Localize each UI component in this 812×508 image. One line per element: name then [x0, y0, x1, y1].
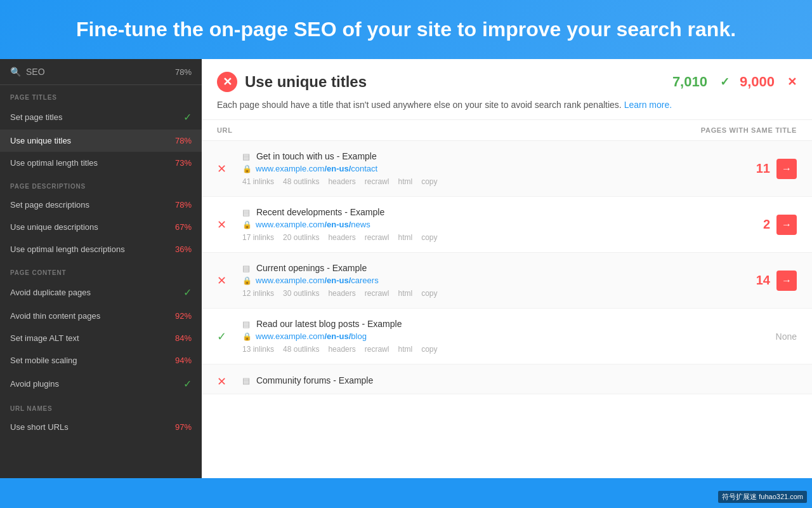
sidebar-item-label: Use optimal length titles: [10, 158, 98, 168]
row-url-line: 🔒 www.example.com/en-us/contact: [242, 164, 746, 173]
row-content: ▤ Get in touch with us - Example 🔒 www.e…: [242, 151, 746, 186]
sidebar-item-avoid-thin-content-pages[interactable]: Avoid thin content pages 92%: [0, 305, 202, 327]
pages-count: 11: [756, 161, 770, 176]
content-title: Use unique titles: [245, 73, 367, 91]
sidebar-item-set-page-titles[interactable]: Set page titles ✓: [0, 105, 202, 130]
sidebar-item-use-optimal-length-titles[interactable]: Use optimal length titles 73%: [0, 152, 202, 174]
page-doc-icon: ▤: [242, 264, 250, 273]
sidebar-item-set-page-descriptions[interactable]: Set page descriptions 78%: [0, 194, 202, 216]
sidebar-item-pct: 78%: [175, 200, 192, 210]
row-links: 13 inlinks 48 outlinks headers recrawl h…: [242, 345, 766, 354]
sidebar-search-pct: 78%: [175, 67, 192, 77]
table-row: ✕ ▤ Recent developments - Example 🔒 www.…: [202, 197, 812, 253]
sidebar: 🔍 SEO 78% PAGE TITLES Set page titles ✓ …: [0, 59, 202, 478]
sidebar-item-label: Set page titles: [10, 112, 62, 122]
sidebar-item-use-optimal-length-descriptions[interactable]: Use optimal length descriptions 36%: [0, 238, 202, 260]
sidebar-item-avoid-plugins[interactable]: Avoid plugins ✓: [0, 371, 202, 396]
row-url[interactable]: www.example.com/en-us/news: [256, 220, 370, 229]
row-url[interactable]: www.example.com/en-us/careers: [256, 276, 379, 285]
lock-icon: 🔒: [242, 276, 252, 285]
content-header: ✕ Use unique titles 7,010 ✓ 9,000 ✕ Each…: [202, 59, 812, 120]
sidebar-item-label: Set image ALT text: [10, 333, 79, 343]
content-title-left: ✕ Use unique titles: [217, 72, 367, 92]
row-links: 17 inlinks 20 outlinks headers recrawl h…: [242, 233, 753, 242]
row-status-icon: ✕: [217, 375, 232, 389]
page-doc-icon: ▤: [242, 208, 250, 217]
learn-more-link[interactable]: Learn more.: [624, 100, 672, 110]
header-title: Fine-tune the on-page SEO of your site t…: [13, 18, 799, 41]
pages-count: 2: [763, 217, 770, 232]
page-doc-icon: ▤: [242, 152, 250, 161]
stat-bad-count: 9,000: [740, 74, 775, 90]
row-url[interactable]: www.example.com/en-us/contact: [256, 164, 377, 173]
row-page-title: ▤ Read our latest blog posts - Example: [242, 319, 766, 329]
row-status-icon: ✕: [217, 162, 232, 176]
sidebar-item-label: Set mobile scaling: [10, 356, 77, 365]
sidebar-item-use-unique-descriptions[interactable]: Use unique descriptions 67%: [0, 216, 202, 238]
sidebar-item-pct: 92%: [175, 311, 192, 321]
row-url-line: 🔒 www.example.com/en-us/news: [242, 220, 753, 229]
stat-good-count: 7,010: [672, 74, 707, 90]
sidebar-search: 🔍 SEO 78%: [0, 59, 202, 85]
table-row: ✕ ▤ Get in touch with us - Example 🔒 www…: [202, 141, 812, 197]
check-stat-icon: ✓: [720, 75, 730, 89]
row-url-line: 🔒 www.example.com/en-us/blog: [242, 331, 766, 341]
sidebar-item-set-image-alt-text[interactable]: Set image ALT text 84%: [0, 327, 202, 349]
sidebar-item-set-mobile-scaling[interactable]: Set mobile scaling 94%: [0, 349, 202, 371]
row-page-title: ▤ Current openings - Example: [242, 263, 746, 273]
sidebar-item-pct: 36%: [175, 244, 192, 254]
sidebar-item-label: Use unique titles: [10, 136, 71, 145]
row-page-title: ▤ Get in touch with us - Example: [242, 151, 746, 161]
content-title-row: ✕ Use unique titles 7,010 ✓ 9,000 ✕: [217, 72, 797, 92]
sidebar-item-pct: 67%: [175, 222, 192, 232]
sidebar-search-left: 🔍 SEO: [10, 67, 45, 77]
row-url[interactable]: www.example.com/en-us/blog: [256, 331, 367, 341]
row-status-icon: ✕: [217, 218, 232, 232]
sidebar-item-avoid-duplicate-pages[interactable]: Avoid duplicate pages ✓: [0, 280, 202, 305]
row-right: 11 →: [756, 159, 797, 179]
row-status-icon: ✓: [217, 330, 232, 344]
sidebar-item-label: Set page descriptions: [10, 200, 89, 210]
row-links: 12 inlinks 30 outlinks headers recrawl h…: [242, 289, 746, 298]
sidebar-section-page-content: PAGE CONTENT: [0, 260, 202, 280]
pages-count: None: [776, 331, 797, 342]
sidebar-item-pct: 78%: [175, 136, 192, 145]
table-header: URL PAGES WITH SAME TITLE: [202, 120, 812, 141]
sidebar-item-label: Use unique descriptions: [10, 222, 98, 232]
row-content: ▤ Read our latest blog posts - Example 🔒…: [242, 319, 766, 354]
sidebar-search-label: SEO: [26, 67, 45, 77]
sidebar-item-use-short-urls[interactable]: Use short URLs 97%: [0, 416, 202, 438]
row-right: None: [776, 331, 797, 342]
sidebar-item-use-unique-titles[interactable]: Use unique titles 78%: [0, 130, 202, 152]
sidebar-section-page-descriptions: PAGE DESCRIPTIONS: [0, 174, 202, 194]
sidebar-item-pct: 84%: [175, 333, 192, 343]
x-stat-icon: ✕: [787, 75, 797, 89]
row-content: ▤ Current openings - Example 🔒 www.examp…: [242, 263, 746, 298]
row-navigate-button[interactable]: →: [776, 215, 797, 235]
check-icon: ✓: [183, 378, 192, 390]
sidebar-item-label: Avoid thin content pages: [10, 311, 100, 321]
sidebar-section-url-names: URL NAMES: [0, 396, 202, 416]
sidebar-item-pct: 97%: [175, 422, 192, 432]
row-links: 41 inlinks 48 outlinks headers recrawl h…: [242, 177, 746, 186]
description-text: Each page should have a title that isn't…: [217, 100, 622, 110]
table-row: ✕ ▤ Community forums - Example: [202, 364, 812, 394]
row-navigate-button[interactable]: →: [776, 271, 797, 291]
row-content: ▤ Community forums - Example: [242, 375, 797, 388]
row-page-title: ▤ Community forums - Example: [242, 375, 797, 385]
page-doc-icon: ▤: [242, 376, 250, 385]
sidebar-item-pct: 73%: [175, 158, 192, 168]
lock-icon: 🔒: [242, 332, 252, 341]
sidebar-item-label: Avoid plugins: [10, 379, 59, 389]
pages-count: 14: [756, 273, 770, 288]
row-navigate-button[interactable]: →: [776, 159, 797, 179]
row-status-icon: ✕: [217, 274, 232, 288]
content-stats: 7,010 ✓ 9,000 ✕: [672, 74, 797, 90]
sidebar-item-label: Use optimal length descriptions: [10, 244, 125, 254]
sidebar-item-pct: 94%: [175, 356, 192, 365]
sidebar-item-label: Avoid duplicate pages: [10, 288, 91, 297]
sidebar-item-label: Use short URLs: [10, 422, 69, 432]
table-row: ✕ ▤ Current openings - Example 🔒 www.exa…: [202, 253, 812, 309]
row-right: 2 →: [763, 215, 797, 235]
search-icon: 🔍: [10, 67, 21, 77]
